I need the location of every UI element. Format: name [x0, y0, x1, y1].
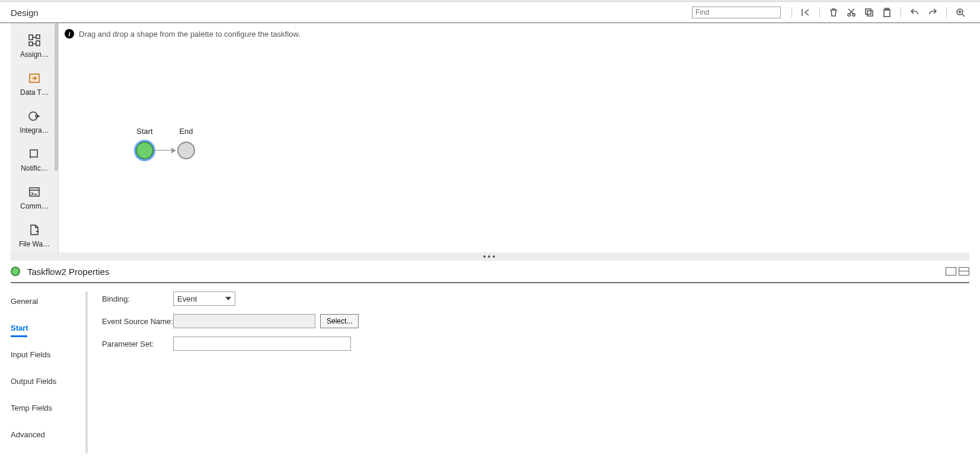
palette-item-label: Notific…	[14, 164, 55, 172]
palette-item-label: Assign…	[14, 50, 55, 59]
shape-palette: Assign… Data T… Integra…	[11, 23, 58, 252]
panel-splitter[interactable]: •••	[11, 252, 969, 261]
properties-form: Binding: Event Event Source Name: Select…	[88, 292, 969, 453]
tab-input-fields[interactable]: Input Fields	[11, 347, 79, 363]
command-icon	[28, 185, 41, 198]
tab-general[interactable]: General	[11, 293, 79, 309]
svg-rect-2	[866, 9, 871, 14]
palette-item-label: File Wa…	[14, 240, 55, 248]
trash-icon[interactable]	[826, 5, 841, 20]
svg-point-13	[36, 115, 38, 117]
panel-split-view-button[interactable]	[959, 267, 969, 276]
paste-icon[interactable]	[880, 5, 894, 20]
palette-item-integration[interactable]: Integra…	[14, 110, 55, 134]
undo-icon[interactable]	[908, 5, 922, 20]
palette-item-data-task[interactable]: Data T…	[14, 72, 55, 97]
taskflow-status-icon	[11, 267, 20, 276]
parameter-set-field[interactable]	[173, 337, 351, 351]
tab-temp-fields[interactable]: Temp Fields	[11, 400, 79, 416]
zoom-in-icon[interactable]	[953, 5, 968, 20]
svg-rect-8	[36, 41, 40, 46]
binding-label: Binding:	[102, 294, 173, 303]
collapse-left-icon[interactable]	[799, 5, 813, 20]
end-node-label: End	[179, 127, 193, 136]
svg-rect-14	[30, 188, 39, 196]
flow-connector[interactable]	[154, 148, 176, 153]
redo-icon[interactable]	[925, 5, 940, 20]
palette-item-command[interactable]: Comm…	[14, 185, 55, 210]
separator	[819, 7, 820, 18]
parameter-set-label: Parameter Set:	[102, 340, 173, 348]
tab-advanced[interactable]: Advanced	[11, 427, 79, 443]
binding-select[interactable]: Event	[173, 292, 235, 306]
svg-rect-3	[867, 11, 873, 16]
top-toolbar: Design	[0, 2, 980, 23]
arrow-right-icon	[171, 148, 176, 153]
svg-rect-7	[29, 35, 33, 40]
copy-icon[interactable]	[862, 5, 876, 20]
end-circle-icon	[177, 142, 195, 159]
palette-item-label: Comm…	[14, 202, 55, 210]
properties-title: Taskflow2 Properties	[27, 267, 946, 277]
file-watch-icon	[28, 223, 41, 236]
start-node-label: Start	[136, 127, 152, 136]
start-node[interactable]: Start	[136, 127, 154, 159]
chevron-down-icon	[225, 297, 231, 300]
separator	[791, 7, 792, 18]
canvas-hint: i Drag and drop a shape from the palette…	[59, 23, 969, 39]
event-source-name-field	[173, 314, 315, 328]
properties-header: Taskflow2 Properties	[11, 261, 969, 283]
design-canvas[interactable]: i Drag and drop a shape from the palette…	[58, 23, 969, 252]
palette-item-label: Integra…	[14, 126, 55, 134]
binding-select-value: Event	[177, 294, 197, 303]
tab-start[interactable]: Start	[11, 320, 79, 336]
integration-icon	[28, 110, 41, 123]
canvas-hint-text: Drag and drop a shape from the palette t…	[79, 30, 301, 39]
palette-item-assignment[interactable]: Assign…	[14, 34, 55, 59]
separator	[901, 7, 901, 18]
palette-item-file-watch[interactable]: File Wa…	[14, 223, 55, 248]
find-input[interactable]	[692, 7, 781, 18]
end-node[interactable]: End	[177, 127, 195, 159]
separator	[946, 7, 947, 18]
svg-rect-9	[29, 42, 33, 46]
svg-point-12	[29, 112, 37, 120]
palette-item-notification[interactable]: Notific…	[14, 148, 55, 172]
tab-output-fields[interactable]: Output Fields	[11, 373, 79, 389]
cut-icon[interactable]	[844, 5, 858, 20]
panel-single-view-button[interactable]	[946, 267, 956, 276]
start-circle-icon	[136, 142, 154, 159]
assignment-icon	[28, 34, 41, 47]
drag-handle-icon: •••	[483, 252, 497, 261]
data-task-icon	[28, 72, 41, 85]
svg-rect-10	[36, 35, 40, 39]
palette-item-label: Data T…	[14, 88, 55, 97]
properties-tabs: General Start Input Fields Output Fields…	[11, 292, 88, 453]
page-title: Design	[11, 8, 39, 18]
select-event-source-button[interactable]: Select...	[320, 314, 359, 328]
notification-icon	[28, 148, 41, 161]
event-source-label: Event Source Name:	[102, 317, 173, 326]
info-icon: i	[65, 29, 74, 39]
